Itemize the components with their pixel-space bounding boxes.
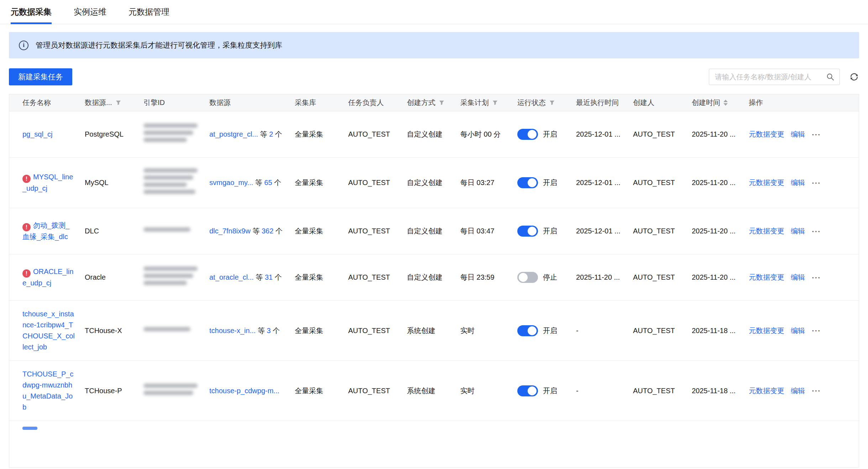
engine-id-redacted bbox=[143, 324, 190, 334]
creator-cell: AUTO_TEST bbox=[633, 169, 692, 196]
col-label: 创建方式 bbox=[407, 98, 435, 107]
datasource-link[interactable]: tchouse-p_cdwpg-m... bbox=[209, 387, 279, 395]
task-name-link[interactable]: ORACLE_line_udp_cj bbox=[22, 268, 73, 287]
filter-icon[interactable] bbox=[115, 100, 121, 106]
col-label: 操作 bbox=[749, 98, 763, 107]
status-toggle[interactable] bbox=[517, 129, 538, 140]
toggle-knob bbox=[528, 178, 537, 187]
datasource-link[interactable]: at_oracle_cl... bbox=[209, 273, 254, 281]
create-mode-cell: 自定义创建 bbox=[407, 264, 460, 291]
search-input[interactable] bbox=[714, 73, 826, 81]
task-name-link[interactable]: pg_sql_cj bbox=[22, 130, 53, 138]
more-actions-icon[interactable]: ⋯ bbox=[811, 386, 821, 395]
meta-change-link[interactable]: 元数据变更 bbox=[749, 129, 784, 140]
datasource-type-cell: DLC bbox=[85, 218, 143, 244]
count-suffix: 个 bbox=[274, 179, 281, 186]
search-icon[interactable] bbox=[826, 73, 835, 81]
meta-change-link[interactable]: 元数据变更 bbox=[749, 385, 784, 396]
table-header: 任务名称数据源...引擎ID数据源采集库任务负责人创建方式采集计划运行状态最近执… bbox=[9, 94, 859, 111]
datasource-count-link[interactable]: 65 bbox=[264, 179, 272, 186]
meta-change-link[interactable]: 元数据变更 bbox=[749, 177, 784, 188]
edit-link[interactable]: 编辑 bbox=[791, 129, 805, 140]
actions-cell: 元数据变更编辑⋯ bbox=[749, 121, 859, 148]
status-toggle[interactable] bbox=[517, 325, 538, 336]
datasource-count-link[interactable]: 362 bbox=[262, 227, 273, 235]
plan-cell: 实时 bbox=[460, 317, 517, 344]
datasource-link[interactable]: tchouse-x_in... bbox=[209, 327, 256, 334]
plan-cell: 每小时 00 分 bbox=[460, 121, 517, 148]
count-suffix: 个 bbox=[274, 273, 282, 281]
actions-cell: 元数据变更编辑⋯ bbox=[749, 264, 859, 291]
col-label: 任务负责人 bbox=[348, 98, 384, 107]
sort-icon[interactable] bbox=[723, 100, 728, 106]
task-name-link[interactable]: MYSQL_line_udp_cj bbox=[22, 173, 73, 193]
status-cell: 停止 bbox=[517, 264, 576, 291]
meta-change-link[interactable]: 元数据变更 bbox=[749, 325, 784, 336]
tab-instance-ops[interactable]: 实例运维 bbox=[74, 0, 106, 24]
collect-db-cell: 全量采集 bbox=[295, 218, 348, 244]
datasource-link[interactable]: at_postgre_cl... bbox=[209, 130, 258, 138]
count-prefix: 等 bbox=[255, 179, 262, 186]
search-box[interactable] bbox=[709, 69, 840, 85]
more-actions-icon[interactable]: ⋯ bbox=[811, 130, 821, 139]
status-label: 开启 bbox=[543, 325, 557, 336]
task-name-link[interactable]: tchouse_x_instance-1cribpw4_TCHOUSE_X_co… bbox=[22, 310, 75, 351]
actions-cell: 元数据变更编辑⋯ bbox=[749, 378, 859, 404]
tab-metadata-manage[interactable]: 元数据管理 bbox=[129, 0, 169, 24]
status-toggle[interactable] bbox=[517, 177, 538, 188]
col-datasource: 数据源 bbox=[209, 94, 295, 111]
table-row: MYSQL_line_udp_cjMySQLsvmgao_my... 等 65 … bbox=[9, 158, 859, 208]
status-toggle[interactable] bbox=[517, 385, 538, 396]
status-cell: 开启 bbox=[517, 378, 576, 404]
count-prefix: 等 bbox=[256, 273, 263, 281]
datasource-link[interactable]: dlc_7fn8ix9w bbox=[209, 227, 251, 235]
toggle-knob bbox=[528, 386, 537, 395]
created-time-cell: 2025-11-20 ... bbox=[692, 121, 749, 148]
col-label: 运行状态 bbox=[517, 98, 546, 107]
tab-metadata-collect[interactable]: 元数据采集 bbox=[11, 0, 52, 24]
datasource-type-cell: Oracle bbox=[85, 264, 143, 291]
datasource-link[interactable]: svmgao_my... bbox=[209, 179, 253, 186]
warning-icon bbox=[22, 269, 31, 278]
toggle-knob bbox=[528, 130, 537, 139]
count-prefix: 等 bbox=[258, 327, 265, 334]
datasource-count-link[interactable]: 3 bbox=[267, 327, 271, 334]
filter-icon[interactable] bbox=[439, 100, 445, 106]
datasource-cell: svmgao_my... 等 65 个 bbox=[209, 169, 295, 196]
refresh-icon[interactable] bbox=[849, 72, 859, 82]
creator-cell: AUTO_TEST bbox=[633, 121, 692, 148]
more-actions-icon[interactable]: ⋯ bbox=[811, 273, 821, 282]
created-time-cell: 2025-11-20 ... bbox=[692, 169, 749, 196]
status-cell: 开启 bbox=[517, 121, 576, 148]
more-actions-icon[interactable]: ⋯ bbox=[811, 178, 821, 188]
edit-link[interactable]: 编辑 bbox=[791, 325, 805, 336]
new-collect-task-button[interactable]: 新建采集任务 bbox=[9, 68, 72, 85]
more-actions-icon[interactable]: ⋯ bbox=[811, 326, 821, 335]
edit-link[interactable]: 编辑 bbox=[791, 226, 805, 237]
creator-cell: AUTO_TEST bbox=[633, 317, 692, 344]
status-toggle[interactable] bbox=[517, 226, 538, 237]
collect-db-cell: 全量采集 bbox=[295, 169, 348, 196]
collect-db-cell: 全量采集 bbox=[295, 264, 348, 291]
datasource-count-link[interactable]: 31 bbox=[265, 273, 273, 281]
actions-cell: 元数据变更编辑⋯ bbox=[749, 317, 859, 344]
col-engine-id: 引擎ID bbox=[143, 94, 209, 111]
edit-link[interactable]: 编辑 bbox=[791, 272, 805, 283]
last-run-cell: - bbox=[576, 378, 633, 404]
col-create-mode: 创建方式 bbox=[407, 94, 460, 111]
engine-id-redacted bbox=[143, 165, 198, 197]
edit-link[interactable]: 编辑 bbox=[791, 385, 805, 396]
datasource-count-link[interactable]: 2 bbox=[269, 130, 273, 138]
datasource-cell: tchouse-p_cdwpg-m... bbox=[209, 378, 295, 404]
owner-cell: AUTO_TEST bbox=[348, 317, 407, 344]
task-name-link[interactable]: TCHOUSE_P_cdwpg-mwuznbhu_MetaData_Job bbox=[22, 370, 73, 411]
status-label: 开启 bbox=[543, 129, 557, 140]
meta-change-link[interactable]: 元数据变更 bbox=[749, 272, 784, 283]
more-actions-icon[interactable]: ⋯ bbox=[811, 227, 821, 236]
status-toggle[interactable] bbox=[517, 272, 538, 283]
edit-link[interactable]: 编辑 bbox=[791, 177, 805, 188]
meta-change-link[interactable]: 元数据变更 bbox=[749, 226, 784, 237]
filter-icon[interactable] bbox=[492, 100, 498, 106]
col-last-run: 最近执行时间 bbox=[576, 94, 633, 111]
filter-icon[interactable] bbox=[549, 100, 555, 106]
